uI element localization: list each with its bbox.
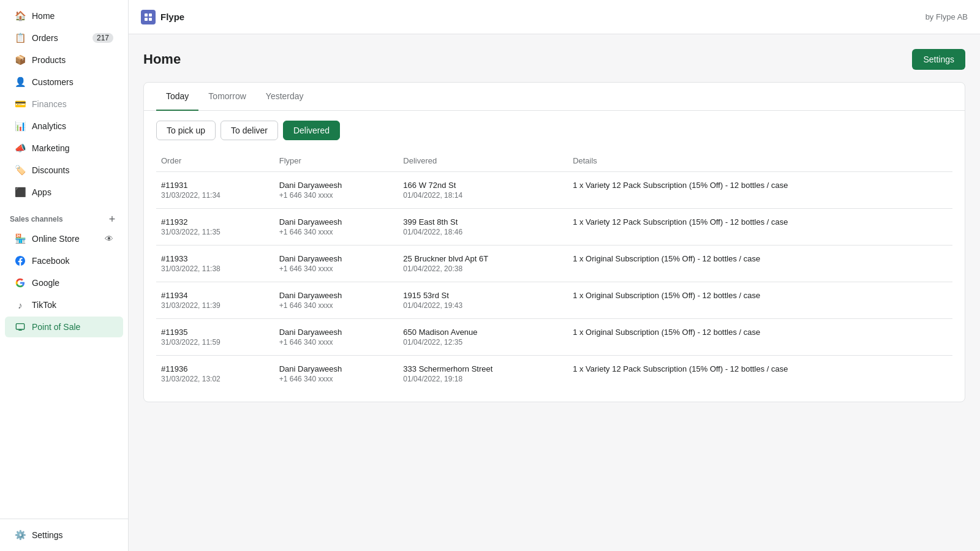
order-number: #11934 [161, 291, 270, 300]
sidebar-item-marketing[interactable]: 📣 Marketing [5, 138, 123, 159]
apps-icon: ⬛ [15, 187, 26, 198]
sidebar-item-orders[interactable]: 📋 Orders 217 [5, 28, 123, 48]
sidebar: 🏠 Home 📋 Orders 217 📦 Products 👤 Custome… [0, 0, 129, 551]
sidebar-item-customers[interactable]: 👤 Customers [5, 72, 123, 92]
sidebar-item-home[interactable]: 🏠 Home [5, 6, 123, 26]
cell-order: #11934 31/03/2022, 11:39 [156, 282, 274, 319]
cell-delivered: 166 W 72nd St 01/04/2022, 18:14 [398, 172, 568, 209]
cell-flyper: Dani Daryaweesh +1 646 340 xxxx [274, 319, 399, 356]
flyper-name: Dani Daryaweesh [279, 364, 394, 373]
table-row[interactable]: #11936 31/03/2022, 13:02 Dani Daryaweesh… [156, 356, 952, 392]
cell-flyper: Dani Daryaweesh +1 646 340 xxxx [274, 172, 399, 209]
table-row[interactable]: #11933 31/03/2022, 11:38 Dani Daryaweesh… [156, 246, 952, 282]
sidebar-item-facebook[interactable]: Facebook [5, 250, 123, 271]
sidebar-item-online-store[interactable]: 🏪 Online Store 👁 [5, 228, 123, 249]
sidebar-item-label: Customers [32, 77, 74, 87]
page-title: Home [143, 51, 181, 67]
cell-flyper: Dani Daryaweesh +1 646 340 xxxx [274, 209, 399, 246]
app-logo: Flype [141, 10, 184, 24]
sidebar-item-google[interactable]: Google [5, 272, 123, 293]
logo-icon [141, 10, 156, 24]
order-number: #11935 [161, 328, 270, 337]
orders-icon: 📋 [15, 32, 26, 43]
order-date: 31/03/2022, 11:35 [161, 228, 270, 236]
facebook-icon [15, 255, 26, 266]
settings-button[interactable]: Settings [912, 49, 965, 70]
flyper-name: Dani Daryaweesh [279, 217, 394, 227]
order-date: 31/03/2022, 11:38 [161, 264, 270, 273]
cell-details: 1 x Original Subscription (15% Off) - 12… [568, 246, 952, 282]
order-details: 1 x Variety 12 Pack Subscription (15% Of… [573, 181, 948, 190]
order-date: 31/03/2022, 11:59 [161, 338, 270, 347]
delivery-address: 166 W 72nd St [403, 181, 563, 190]
flyper-phone: +1 646 340 xxxx [279, 375, 394, 383]
filter-delivered[interactable]: Delivered [283, 121, 340, 140]
cell-details: 1 x Original Subscription (15% Off) - 12… [568, 319, 952, 356]
sidebar-item-products[interactable]: 📦 Products [5, 50, 123, 70]
flyper-name: Dani Daryaweesh [279, 181, 394, 190]
sidebar-item-label: Marketing [32, 143, 69, 153]
table-row[interactable]: #11934 31/03/2022, 11:39 Dani Daryaweesh… [156, 282, 952, 319]
tab-yesterday[interactable]: Yesterday [256, 83, 314, 111]
cell-details: 1 x Variety 12 Pack Subscription (15% Of… [568, 209, 952, 246]
products-icon: 📦 [15, 54, 26, 66]
order-number: #11931 [161, 181, 270, 190]
topbar: Flype by Flype AB [129, 0, 980, 34]
svg-rect-0 [16, 324, 24, 329]
sidebar-item-finances[interactable]: 💳 Finances [5, 94, 123, 114]
delivery-date: 01/04/2022, 18:46 [403, 228, 563, 236]
flyper-phone: +1 646 340 xxxx [279, 338, 394, 347]
sidebar-item-discounts[interactable]: 🏷️ Discounts [5, 160, 123, 181]
sidebar-item-analytics[interactable]: 📊 Analytics [5, 116, 123, 137]
svg-rect-2 [149, 13, 152, 17]
filter-deliver[interactable]: To deliver [221, 121, 278, 140]
delivery-address: 333 Schermerhorn Street [403, 364, 563, 373]
app-name: Flype [160, 12, 184, 22]
app-byline: by Flype AB [925, 12, 968, 21]
flyper-phone: +1 646 340 xxxx [279, 264, 394, 273]
order-details: 1 x Original Subscription (15% Off) - 12… [573, 291, 948, 300]
eye-icon[interactable]: 👁 [105, 234, 113, 244]
delivery-date: 01/04/2022, 12:35 [403, 338, 563, 347]
cell-flyper: Dani Daryaweesh +1 646 340 xxxx [274, 246, 399, 282]
table-row[interactable]: #11932 31/03/2022, 11:35 Dani Daryaweesh… [156, 209, 952, 246]
add-sales-channel-button[interactable]: + [106, 213, 118, 225]
sidebar-item-tiktok[interactable]: ♪ TikTok [5, 294, 123, 315]
table-container: Order Flyper Delivered Details #11931 31… [144, 140, 965, 402]
customers-icon: 👤 [15, 77, 26, 88]
cell-order: #11933 31/03/2022, 11:38 [156, 246, 274, 282]
table-row[interactable]: #11935 31/03/2022, 11:59 Dani Daryaweesh… [156, 319, 952, 356]
sidebar-item-label: Products [32, 55, 66, 65]
flyper-phone: +1 646 340 xxxx [279, 191, 394, 200]
tab-tomorrow[interactable]: Tomorrow [198, 83, 255, 111]
sidebar-item-settings[interactable]: ⚙️ Settings [5, 525, 123, 545]
table-row[interactable]: #11931 31/03/2022, 11:34 Dani Daryaweesh… [156, 172, 952, 209]
cell-delivered: 333 Schermerhorn Street 01/04/2022, 19:1… [398, 356, 568, 392]
tab-today[interactable]: Today [156, 83, 198, 111]
order-details: 1 x Original Subscription (15% Off) - 12… [573, 254, 948, 263]
orders-badge: 217 [92, 33, 113, 43]
order-number: #11933 [161, 254, 270, 263]
sidebar-item-pos[interactable]: Point of Sale [5, 317, 123, 337]
cell-details: 1 x Variety 12 Pack Subscription (15% Of… [568, 356, 952, 392]
order-date: 31/03/2022, 11:39 [161, 301, 270, 310]
filter-pick-up[interactable]: To pick up [156, 121, 216, 140]
flyper-phone: +1 646 340 xxxx [279, 301, 394, 310]
order-details: 1 x Variety 12 Pack Subscription (15% Of… [573, 217, 948, 227]
sidebar-item-label: Discounts [32, 165, 69, 175]
google-icon [15, 277, 26, 288]
discounts-icon: 🏷️ [15, 165, 26, 176]
delivery-address: 650 Madison Avenue [403, 328, 563, 337]
cell-flyper: Dani Daryaweesh +1 646 340 xxxx [274, 282, 399, 319]
delivery-date: 01/04/2022, 18:14 [403, 191, 563, 200]
order-number: #11936 [161, 364, 270, 373]
sidebar-item-label: Apps [32, 187, 51, 197]
sidebar-item-apps[interactable]: ⬛ Apps [5, 182, 123, 203]
delivery-date: 01/04/2022, 20:38 [403, 264, 563, 273]
sidebar-item-label: Analytics [32, 121, 66, 131]
flyper-name: Dani Daryaweesh [279, 291, 394, 300]
marketing-icon: 📣 [15, 143, 26, 154]
sidebar-item-label: Home [32, 11, 55, 21]
main-content: Home Settings Today Tomorrow Yesterday T… [129, 34, 980, 551]
flyper-phone: +1 646 340 xxxx [279, 228, 394, 236]
